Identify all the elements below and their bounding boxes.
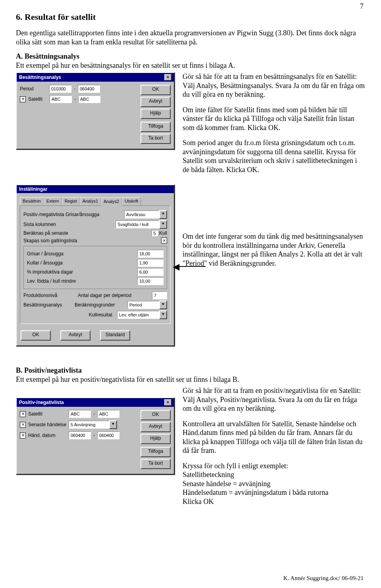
standard-button[interactable]: Standard (100, 330, 130, 341)
section-a-para4: Om det inte fungerar som du tänk dig med… (183, 232, 365, 268)
intro-paragraph: Den egentliga satellitrapporten finns in… (16, 29, 365, 46)
tab-besattnin[interactable]: Besättnin (20, 197, 44, 205)
dialog-title: Positiv-/negativlista (19, 400, 64, 405)
prodniva-label: Produktionsnivå (23, 293, 57, 298)
tab-extern[interactable]: Extern (44, 197, 62, 205)
section-b-para1: Gör så här för att ta fram en positiv/ne… (183, 386, 365, 413)
kullres-select[interactable]: Lev. efter utjäm (117, 311, 159, 319)
dialog-title: Besättningsanalys (19, 75, 61, 80)
tillfoga-button[interactable]: Tillfoga (140, 122, 171, 132)
beraknas-label: Beräknas på senaste (23, 230, 68, 236)
chevron-down-icon[interactable]: ▼ (159, 301, 167, 309)
grisar-input[interactable]: 18,00 (137, 250, 164, 258)
close-icon[interactable]: × (164, 399, 171, 406)
dialog-title: Inställningar (19, 186, 47, 192)
datum-to-input[interactable]: 060400 (97, 431, 119, 439)
kullres-label: Kullresultat (89, 312, 112, 318)
ok-button[interactable]: OK (21, 330, 51, 341)
skapas-checkbox[interactable]: ✕ (161, 237, 167, 243)
posneg-select[interactable]: Avv/årssu (124, 211, 159, 218)
cancel-button[interactable]: Avbryt (140, 422, 171, 432)
installningar-dialog: Inställningar Besättnin Extern Regist An… (16, 184, 175, 346)
satellit-from-input[interactable]: ABC (50, 95, 72, 103)
dash: - (74, 86, 75, 92)
section-a-para3: Som period anger du fr.o.m första grisni… (183, 138, 365, 174)
section-b-para2: Kontrollera att urvalsfälten för Satelli… (183, 419, 365, 455)
event-label: Senaste händelse (28, 422, 66, 427)
event-checkbox[interactable]: ✕ (20, 422, 26, 428)
improd-input[interactable]: 6,00 (137, 268, 164, 276)
page-number: 7 (360, 2, 364, 11)
positivnegativ-dialog: Positiv-/negativlista × ✕ Satellit ABC -… (16, 397, 175, 475)
page-footer: K. Annér Suggring.doc/ 06-09-21 (283, 575, 364, 582)
satellit-label: Satellit (28, 96, 47, 102)
posneg-label: Positiv-/negativlista Grisar/årssugga (23, 212, 99, 217)
period-to-input[interactable]: 060400 (78, 85, 100, 93)
section-a-para2: Om inte fältet för Satellit finns med so… (183, 105, 365, 132)
kullar-label: Kullar / årssugga (27, 260, 63, 266)
skapas-label: Skapas som gallringslista (23, 238, 77, 243)
arrow-line (178, 266, 206, 267)
tab-utskrift[interactable]: Utskrift (122, 197, 141, 205)
dash: - (93, 433, 95, 438)
chevron-down-icon[interactable]: ▼ (159, 220, 167, 229)
section-a-heading: A. BesättningsanalysEtt exempel på hur e… (16, 52, 365, 70)
satellit-checkbox[interactable]: ✕ (20, 411, 26, 417)
antal-input[interactable]: 7 (152, 291, 167, 299)
event-select[interactable]: 5 Avvänjning (69, 421, 109, 429)
berak-select[interactable]: Period (127, 301, 159, 309)
grisar-label: Grisar / årssugga (27, 251, 64, 257)
beraknas-input[interactable]: 5 (152, 230, 158, 236)
kullar-input[interactable]: 1,90 (137, 259, 164, 267)
tabort-button[interactable]: Ta bort (140, 459, 171, 469)
lev-input[interactable]: 10,00 (137, 277, 164, 285)
satellit-to-input[interactable]: ABC (78, 95, 100, 103)
tab-regist[interactable]: Regist (62, 197, 80, 205)
chevron-down-icon[interactable]: ▼ (159, 310, 167, 319)
arrow-icon: ◄ (171, 260, 182, 273)
tab-analys2[interactable]: Analys2 (101, 197, 122, 206)
satellit-checkbox[interactable]: ✕ (20, 96, 26, 102)
dash: - (74, 96, 76, 102)
berak-label: Beräkningsgrunder (75, 302, 115, 308)
lev-label: Lev. födda / kull mindre (27, 278, 76, 284)
section-b-heading: B. Positiv/negativlistaEtt exempel på hu… (16, 366, 365, 384)
period-label: Period (20, 86, 47, 92)
section-b-para3: Kryssa för och fyll i enligt exemplet: S… (183, 462, 365, 506)
besattningsanalys-dialog: Besättningsanalys × Period 010300 - 0604… (16, 72, 175, 149)
satellit-to-input[interactable]: ABC (97, 410, 119, 418)
help-button[interactable]: Hjälp (140, 109, 171, 119)
beraknas-unit: Kull (159, 230, 167, 236)
ok-button[interactable]: OK (140, 85, 171, 95)
improd-label: % improduktiva dagar (27, 269, 73, 275)
sistakol-select[interactable]: Svagfödda / kull (115, 220, 159, 228)
dash: - (93, 411, 95, 417)
section-a-para1: Gör så här för att ta fram en besättning… (183, 72, 365, 99)
cancel-button[interactable]: Avbryt (60, 330, 90, 341)
datum-from-input[interactable]: 060400 (69, 431, 91, 439)
datum-label: Händ. datum (28, 433, 66, 438)
period-from-input[interactable]: 010300 (49, 85, 71, 93)
sistakol-label: Sista kolumnen (23, 222, 56, 227)
besan-label: Besättningsanalys (23, 302, 62, 308)
chevron-down-icon[interactable]: ▼ (159, 210, 167, 219)
satellit-from-input[interactable]: ABC (69, 410, 91, 418)
tillfoga-button[interactable]: Tillfoga (140, 447, 171, 457)
close-icon[interactable]: × (164, 74, 171, 80)
ok-button[interactable]: OK (140, 410, 171, 420)
cancel-button[interactable]: Avbryt (140, 97, 171, 107)
page-title: 6. Resultat för satellit (16, 12, 365, 22)
satellit-label: Satellit (28, 411, 66, 417)
chevron-down-icon[interactable]: ▼ (109, 420, 117, 429)
tabort-button[interactable]: Ta bort (140, 134, 171, 144)
tab-analys1[interactable]: Analys1 (80, 197, 101, 205)
datum-checkbox[interactable]: ✕ (20, 433, 26, 439)
antal-label: Antal dagar per delperiod (78, 293, 131, 298)
help-button[interactable]: Hjälp (140, 434, 171, 444)
